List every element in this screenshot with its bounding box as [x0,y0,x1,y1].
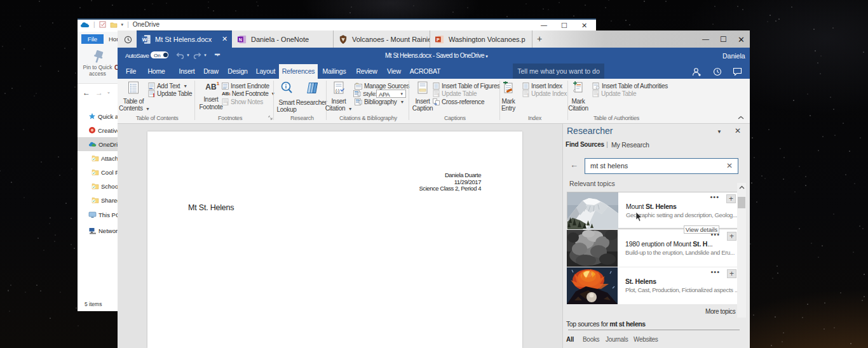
svg-text:!: ! [153,92,155,98]
svg-text:!: ! [527,92,529,98]
svg-text:!: ! [597,92,599,98]
svg-text:!: ! [438,92,440,98]
svg-text:!: ! [227,100,229,106]
svg-text:(-): (-) [336,88,339,93]
